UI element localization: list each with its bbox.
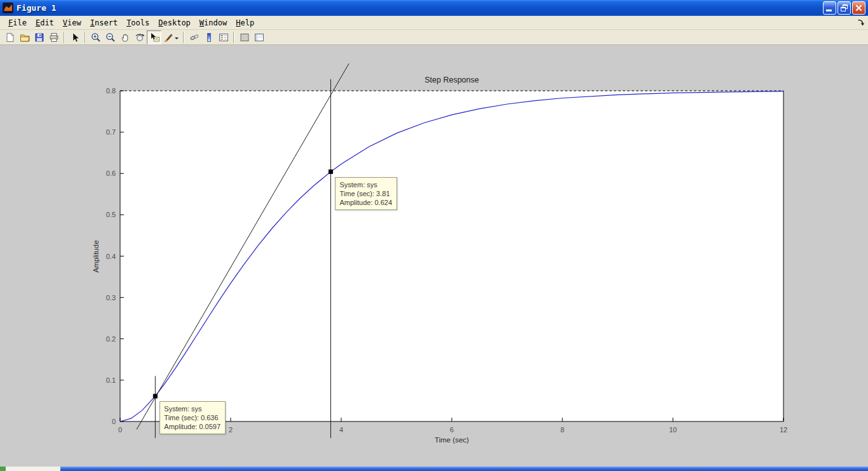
menubar: FileEditViewInsertToolsDesktopWindowHelp bbox=[0, 16, 868, 30]
data-cursor-icon bbox=[149, 32, 159, 43]
menu-item-edit[interactable]: Edit bbox=[31, 17, 58, 29]
window-title: Figure 1 bbox=[17, 3, 57, 13]
start-button-edge bbox=[0, 467, 6, 471]
datatip-system: System: sys bbox=[339, 180, 392, 189]
window-controls bbox=[823, 1, 868, 15]
brush-button[interactable] bbox=[161, 30, 180, 44]
pan-button[interactable] bbox=[118, 30, 132, 44]
x-tick-label: 0 bbox=[118, 426, 122, 434]
edit-plot-button[interactable] bbox=[67, 30, 82, 44]
menu-item-tools[interactable]: Tools bbox=[122, 17, 154, 29]
data-marker-1[interactable] bbox=[329, 169, 333, 174]
zoom-in-button[interactable] bbox=[88, 30, 103, 44]
taskbar-left-edge bbox=[6, 467, 60, 471]
y-tick-label: 0.2 bbox=[106, 335, 116, 343]
link-plot-button[interactable] bbox=[187, 30, 201, 44]
matlab-figure-icon bbox=[3, 3, 13, 13]
toolbar bbox=[0, 30, 868, 45]
x-tick-label: 6 bbox=[450, 426, 454, 434]
y-tick-label: 0.8 bbox=[106, 87, 116, 95]
insert-legend-icon bbox=[219, 32, 229, 43]
menu-item-help[interactable]: Help bbox=[231, 17, 259, 29]
data-marker-0[interactable] bbox=[153, 394, 158, 399]
pan-hand-icon bbox=[120, 32, 130, 43]
print-figure-icon bbox=[49, 32, 59, 43]
x-tick-label: 8 bbox=[560, 426, 564, 434]
datatip-lower[interactable]: System: sys Time (sec): 0.636 Amplitude:… bbox=[159, 401, 226, 434]
toolbar-separator bbox=[85, 32, 86, 43]
titlebar[interactable]: Figure 1 bbox=[0, 0, 868, 16]
data-cursor-button[interactable] bbox=[147, 30, 161, 44]
insert-colorbar-button[interactable] bbox=[201, 30, 216, 44]
datatip-time: Time (sec): 0.636 bbox=[164, 413, 220, 422]
dock-arrow-icon bbox=[857, 18, 865, 27]
close-button[interactable] bbox=[852, 1, 865, 15]
rotate-3d-button[interactable] bbox=[132, 30, 147, 44]
restore-button[interactable] bbox=[837, 1, 851, 15]
menu-item-file[interactable]: File bbox=[4, 17, 31, 29]
figure-window: Figure 1 FileEditViewInsertToolsDesktopW… bbox=[0, 0, 868, 471]
new-figure-button[interactable] bbox=[3, 30, 17, 44]
show-plot-tools-icon bbox=[254, 32, 264, 43]
zoom-out-button[interactable] bbox=[103, 30, 118, 44]
y-tick-label: 0 bbox=[112, 418, 116, 425]
link-plot-icon bbox=[189, 32, 200, 43]
hide-plot-tools-icon bbox=[240, 32, 250, 43]
x-tick-label: 12 bbox=[780, 426, 787, 434]
show-plot-tools-button[interactable] bbox=[252, 30, 266, 44]
zoom-in-icon bbox=[91, 32, 101, 43]
toolbar-separator bbox=[233, 32, 234, 43]
plot-area[interactable]: 02468101200.10.20.30.40.50.60.70.8Step R… bbox=[0, 45, 868, 467]
close-icon bbox=[855, 4, 862, 11]
datatip-time: Time (sec): 3.81 bbox=[339, 189, 392, 198]
x-tick-label: 4 bbox=[339, 426, 343, 434]
menu-item-insert[interactable]: Insert bbox=[86, 17, 122, 29]
y-tick-label: 0.5 bbox=[106, 211, 116, 218]
y-tick-label: 0.7 bbox=[106, 128, 116, 136]
rotate-3d-icon bbox=[135, 32, 145, 43]
x-tick-label: 10 bbox=[669, 426, 677, 434]
insert-colorbar-icon bbox=[204, 32, 214, 43]
datatip-amplitude: Amplitude: 0.624 bbox=[339, 198, 392, 207]
brush-dropdown-icon[interactable] bbox=[175, 37, 179, 41]
minimize-icon bbox=[826, 10, 832, 11]
y-axis-label: Amplitude bbox=[92, 240, 100, 272]
x-axis-label: Time (sec) bbox=[435, 436, 469, 444]
y-tick-label: 0.1 bbox=[106, 376, 116, 384]
print-figure-button[interactable] bbox=[46, 30, 61, 44]
open-file-button[interactable] bbox=[17, 30, 32, 44]
figure-canvas[interactable]: 02468101200.10.20.30.40.50.60.70.8Step R… bbox=[0, 45, 868, 467]
restore-icon bbox=[841, 4, 848, 11]
toolbar-separator bbox=[64, 32, 65, 43]
minimize-button[interactable] bbox=[823, 1, 836, 15]
new-figure-icon bbox=[5, 32, 15, 43]
datatip-system: System: sys bbox=[164, 404, 220, 413]
hide-plot-tools-button[interactable] bbox=[237, 30, 252, 44]
menu-item-desktop[interactable]: Desktop bbox=[154, 17, 195, 29]
save-figure-button[interactable] bbox=[32, 30, 46, 44]
edit-plot-arrow-icon bbox=[70, 32, 80, 43]
y-tick-label: 0.3 bbox=[106, 294, 116, 302]
open-file-icon bbox=[20, 32, 30, 43]
menu-item-window[interactable]: Window bbox=[195, 17, 231, 29]
taskbar-edge[interactable] bbox=[0, 467, 868, 471]
insert-legend-button[interactable] bbox=[216, 30, 231, 44]
y-tick-label: 0.4 bbox=[106, 253, 116, 260]
save-figure-icon bbox=[34, 32, 44, 43]
zoom-out-icon bbox=[105, 32, 116, 43]
chart-title: Step Response bbox=[424, 76, 479, 84]
menu-item-view[interactable]: View bbox=[58, 17, 86, 29]
y-tick-label: 0.6 bbox=[106, 169, 116, 177]
brush-icon bbox=[163, 32, 173, 43]
dock-figure-button[interactable] bbox=[857, 18, 865, 27]
toolbar-separator bbox=[183, 32, 184, 43]
axes-background bbox=[120, 91, 783, 421]
datatip-amplitude: Amplitude: 0.0597 bbox=[164, 422, 220, 431]
x-tick-label: 2 bbox=[229, 426, 233, 434]
datatip-upper[interactable]: System: sys Time (sec): 3.81 Amplitude: … bbox=[335, 177, 397, 210]
